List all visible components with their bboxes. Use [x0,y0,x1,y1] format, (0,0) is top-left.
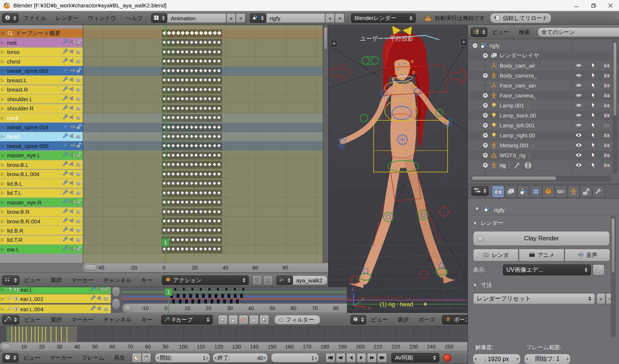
frame-start-prop-field[interactable]: 開始フ: 1 [524,354,571,364]
keyframe-row[interactable] [83,236,323,245]
curve-keyframe[interactable] [204,299,207,303]
lock-open-icon[interactable] [76,39,82,46]
lock-open-icon[interactable] [76,208,82,216]
curve-keyframe[interactable] [215,294,217,298]
lock-open-icon[interactable] [103,287,110,293]
outliner-item[interactable]: +Metarig.001| [468,140,619,150]
wrench-icon[interactable] [62,152,69,159]
lock-open-icon[interactable] [76,152,82,159]
expand-triangle-icon[interactable]: ▷ [1,106,7,111]
speaker-icon[interactable] [69,180,75,187]
frame-end-field[interactable]: 終了:40 [212,353,268,363]
wrench-icon[interactable] [62,105,69,112]
keyframe-row[interactable] [83,66,323,76]
lock-open-icon[interactable] [76,124,82,131]
expand-triangle-icon[interactable]: ▷ [1,209,7,214]
dopesheet-channel[interactable]: ▷ tweak_spine.002 [0,66,83,75]
lock-open-icon[interactable] [76,171,82,178]
wrench-icon[interactable] [62,171,69,178]
dopesheet-channel[interactable]: ▷ ear.L [0,245,83,254]
speaker-icon[interactable] [97,295,103,302]
speaker-icon[interactable] [69,227,75,234]
keyframe-row[interactable] [83,95,323,104]
editor-type-outliner-button[interactable] [471,27,487,37]
eye-icon[interactable] [13,287,20,292]
camera-render-icon[interactable] [603,72,611,79]
expand-icon[interactable]: + [483,113,488,118]
keyframe-row[interactable] [83,48,323,57]
dopesheet-channel[interactable]: ▷ neck [0,113,83,122]
expand-icon[interactable]: + [483,152,488,158]
editor-type-info-button[interactable] [2,13,18,23]
dopesheet-channel[interactable]: ▷ lid.B.L [0,179,83,188]
minimize-button[interactable] [568,0,585,11]
cursor-select-icon[interactable] [590,131,597,139]
gr-menu-channel[interactable]: チャンネル [98,316,136,323]
curve-keyframe[interactable] [234,288,236,291]
dopesheet-channel[interactable]: ▷ brow.B.R.004 [0,217,83,226]
menu-help[interactable]: ヘルプ [121,15,147,22]
speaker-icon[interactable] [69,95,75,103]
gr-menu-view[interactable]: ビュー [19,316,46,323]
tl-menu-view[interactable]: ビュー [18,354,45,361]
play-button[interactable] [357,353,366,363]
curve-keyframe[interactable] [202,294,205,298]
pin-icon[interactable] [7,287,13,292]
outliner-item[interactable]: Body_cam_air [468,61,619,71]
lock-open-icon[interactable] [76,95,82,103]
cursor-select-icon[interactable] [590,82,597,89]
speaker-icon[interactable] [97,287,103,293]
expand-triangle-icon[interactable]: ▷ [1,125,7,130]
cursor-select-icon[interactable] [590,151,597,159]
speaker-icon[interactable] [69,105,75,112]
expand-triangle-icon[interactable]: ▷ [1,172,7,176]
ghost-curves-button[interactable] [228,315,238,324]
wrench-icon[interactable] [62,48,69,56]
eye-icon[interactable] [13,306,20,312]
expand-triangle-icon[interactable]: ▷ [1,287,7,292]
expand-triangle-icon[interactable]: ▷ [1,40,7,45]
dopesheet-channel[interactable]: ▷ lid.B.R [0,226,83,235]
wrench-icon[interactable] [62,199,69,206]
pivot-cube-button[interactable] [249,315,259,324]
speaker-icon[interactable] [69,142,75,150]
cursor-select-icon[interactable] [590,62,597,69]
dopesheet-channel[interactable]: ▷ torso [0,48,83,56]
graph-channel[interactable]: ▷ ear.L.002 [0,294,111,303]
delete-layout-button[interactable]: × [236,13,245,23]
eye-closed-icon[interactable] [575,92,582,99]
eye-open-icon[interactable] [575,141,582,149]
keyframe-row[interactable] [83,104,323,113]
vp-menu-select[interactable]: 選択 [393,316,414,323]
camera-render-icon[interactable] [603,121,611,129]
record-button[interactable] [443,354,451,362]
zoom-tool-button[interactable] [259,315,269,324]
outliner-item[interactable]: +Face_camera_ [468,90,619,100]
ds-menu-marker[interactable]: マーカー [67,277,99,284]
close-button[interactable] [602,0,619,11]
camera-render-icon[interactable] [603,131,611,139]
curve-keyframe[interactable] [177,294,179,298]
cursor-select-icon[interactable] [590,121,597,129]
editor-type-3dview-button[interactable] [350,315,366,324]
eye-closed-icon[interactable] [575,72,582,79]
expand-icon[interactable]: + [483,162,488,168]
wrench-icon[interactable] [62,208,69,216]
graph-timeline-ruler[interactable]: -1001020304050607080 [123,303,347,313]
eye-open-icon[interactable] [575,151,582,159]
increment-arrow-icon[interactable] [315,357,317,360]
keyframe-row[interactable] [83,123,323,132]
pin-icon[interactable] [7,296,13,302]
curve-keyframe[interactable] [191,288,193,291]
clay-render-button[interactable]: Clay Render [473,231,610,246]
dopesheet-channel[interactable]: ▷ lid.T.L [0,189,83,198]
tab-world[interactable] [530,186,542,198]
gr-menu-key[interactable]: キー [136,316,157,323]
open-properties-region-button[interactable]: + [460,38,467,46]
expand-icon[interactable]: + [483,73,488,78]
curve-keyframe[interactable] [208,288,210,291]
curve-keyframe[interactable] [191,299,194,303]
expand-triangle-icon[interactable]: ▷ [1,153,7,158]
time-cursor-button[interactable] [132,353,142,363]
keyframe-row[interactable] [83,113,323,123]
